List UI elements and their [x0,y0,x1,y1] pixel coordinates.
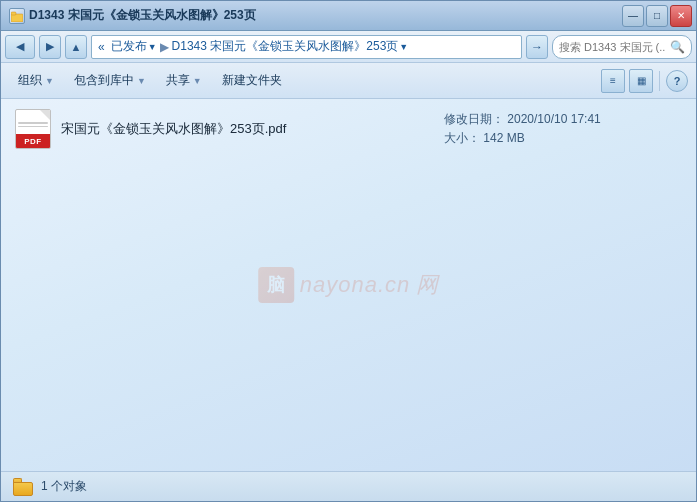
search-icon[interactable]: 🔍 [670,40,685,54]
file-size-label: 大小： [444,131,480,145]
file-date: 修改日期： 2020/10/10 17:41 [444,111,684,128]
addressbar: ◀ ▶ ▲ « 已发布 ▼ ▶ D1343 宋国元《金锁玉关风水图解》253页 [1,31,696,63]
search-box[interactable]: 🔍 [552,35,692,59]
address-segment-2: 已发布 ▼ [111,38,157,55]
view-button[interactable]: ≡ [601,69,625,93]
up-button[interactable]: ▲ [65,35,87,59]
window: D1343 宋国元《金锁玉关风水图解》253页 — □ ✕ ◀ ▶ ▲ « 已 [0,0,697,502]
include-button[interactable]: 包含到库中 ▼ [65,67,155,95]
toolbar-right: ≡ ▦ ? [601,69,688,93]
address-sep-2: ▶ [160,40,169,54]
help-label: ? [674,75,681,87]
folder-body [13,482,33,496]
file-size-value: 142 MB [483,131,524,145]
close-button[interactable]: ✕ [670,5,692,27]
file-meta: 修改日期： 2020/10/10 17:41 大小： 142 MB [444,111,684,147]
forward-button[interactable]: ▶ [39,35,61,59]
file-icon-container: PDF [13,109,53,149]
titlebar-left: D1343 宋国元《金锁玉关风水图解》253页 [9,7,256,24]
address-segment-3: D1343 宋国元《金锁玉关风水图解》253页 ▼ [172,38,409,55]
file-area: PDF 宋国元《金锁玉关风水图解》253页.pdf 修改日期： 2020/10/… [1,99,696,471]
share-dropdown-icon: ▼ [193,76,202,86]
organize-dropdown-icon: ▼ [45,76,54,86]
window-title: D1343 宋国元《金锁玉关风水图解》253页 [29,7,256,24]
back-button[interactable]: ◀ [5,35,35,59]
toolbar: 组织 ▼ 包含到库中 ▼ 共享 ▼ 新建文件夹 ≡ ▦ ? [1,63,696,99]
pdf-badge: PDF [16,134,50,148]
svg-rect-1 [11,12,16,15]
include-dropdown-icon: ▼ [137,76,146,86]
window-controls: — □ ✕ [622,5,692,27]
table-row[interactable]: PDF 宋国元《金锁玉关风水图解》253页.pdf 修改日期： 2020/10/… [13,107,684,151]
share-label: 共享 [166,72,190,89]
pdf-line-1 [18,122,48,124]
breadcrumb-dropdown-2[interactable]: ▼ [399,42,408,52]
up-icon: ▲ [71,41,82,53]
preview-icon: ▦ [637,75,646,86]
address-box[interactable]: « 已发布 ▼ ▶ D1343 宋国元《金锁玉关风水图解》253页 ▼ [91,35,522,59]
folder-icon [9,8,25,24]
back-icon: ◀ [16,40,24,53]
titlebar: D1343 宋国元《金锁玉关风水图解》253页 — □ ✕ [1,1,696,31]
pdf-line-2 [18,126,48,128]
maximize-button[interactable]: □ [646,5,668,27]
organize-button[interactable]: 组织 ▼ [9,67,63,95]
breadcrumb-item-1: « [98,40,105,54]
new-folder-label: 新建文件夹 [222,72,282,89]
preview-button[interactable]: ▦ [629,69,653,93]
view-icon: ≡ [610,75,616,86]
file-name: 宋国元《金锁玉关风水图解》253页.pdf [61,120,444,138]
minimize-button[interactable]: — [622,5,644,27]
breadcrumb-dropdown-1[interactable]: ▼ [148,42,157,52]
file-date-label: 修改日期： [444,112,504,126]
statusbar: 1 个对象 [1,471,696,501]
content-area: PDF 宋国元《金锁玉关风水图解》253页.pdf 修改日期： 2020/10/… [1,99,696,471]
forward-icon: ▶ [46,40,54,53]
include-label: 包含到库中 [74,72,134,89]
share-button[interactable]: 共享 ▼ [157,67,211,95]
organize-label: 组织 [18,72,42,89]
address-breadcrumb: « 已发布 ▼ ▶ D1343 宋国元《金锁玉关风水图解》253页 ▼ [98,38,408,55]
status-count: 1 个对象 [41,478,87,495]
go-icon: → [531,40,543,54]
new-folder-button[interactable]: 新建文件夹 [213,67,291,95]
go-button[interactable]: → [526,35,548,59]
search-input[interactable] [559,41,666,53]
breadcrumb-item-2: 已发布 [111,38,147,55]
file-size: 大小： 142 MB [444,130,684,147]
address-segment-1: « [98,40,105,54]
pdf-file-icon: PDF [15,109,51,149]
status-folder-icon [13,478,33,496]
help-button[interactable]: ? [666,70,688,92]
file-date-value: 2020/10/10 17:41 [507,112,600,126]
toolbar-divider [659,71,660,91]
breadcrumb-item-3: D1343 宋国元《金锁玉关风水图解》253页 [172,38,399,55]
